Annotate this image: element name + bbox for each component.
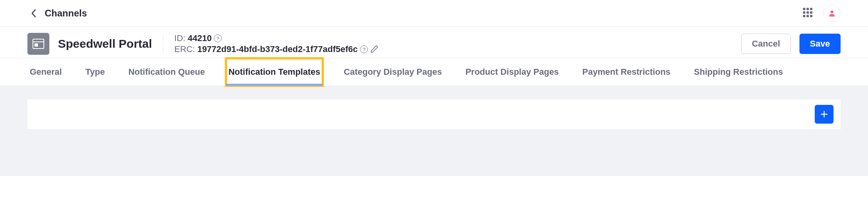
templates-panel <box>27 99 841 129</box>
site-page-icon <box>33 39 44 49</box>
top-bar: Channels <box>0 0 868 27</box>
breadcrumb-title: Channels <box>45 8 87 19</box>
id-label: ID: <box>174 33 185 43</box>
tab-general[interactable]: General <box>27 58 64 86</box>
id-help-icon[interactable]: ? <box>214 34 222 42</box>
user-avatar-icon <box>828 9 836 18</box>
channel-name: Speedwell Portal <box>58 37 152 50</box>
pencil-icon <box>370 45 379 54</box>
tab-type[interactable]: Type <box>83 58 107 86</box>
add-template-button[interactable] <box>815 105 834 124</box>
chevron-left-icon <box>31 9 37 18</box>
site-icon <box>27 33 49 55</box>
tab-notification-templates[interactable]: Notification Templates <box>226 58 322 86</box>
erc-edit-button[interactable] <box>370 45 379 54</box>
page-header: Speedwell Portal ID: 44210 ? ERC: 19772d… <box>0 27 868 58</box>
plus-icon <box>820 110 828 119</box>
divider <box>163 34 163 53</box>
user-avatar-button[interactable] <box>823 5 841 22</box>
tab-shipping-restrictions[interactable]: Shipping Restrictions <box>692 58 785 86</box>
apps-menu-button[interactable] <box>803 8 814 19</box>
id-value: 44210 <box>188 33 212 43</box>
erc-help-icon[interactable]: ? <box>360 45 368 53</box>
cancel-button[interactable]: Cancel <box>741 34 790 54</box>
tab-category-display-pages[interactable]: Category Display Pages <box>342 58 445 86</box>
tab-notification-queue[interactable]: Notification Queue <box>126 58 208 86</box>
content-area <box>0 86 868 176</box>
back-button[interactable] <box>27 7 40 20</box>
svg-point-0 <box>830 10 833 13</box>
save-button[interactable]: Save <box>799 34 841 54</box>
tabs-bar: GeneralTypeNotification QueueNotificatio… <box>0 58 868 86</box>
erc-value: 19772d91-4bfd-b373-ded2-1f77adf5ef6c <box>197 44 358 54</box>
erc-label: ERC: <box>174 44 195 54</box>
channel-meta: ID: 44210 ? ERC: 19772d91-4bfd-b373-ded2… <box>174 33 379 54</box>
svg-rect-3 <box>34 43 38 47</box>
tab-product-display-pages[interactable]: Product Display Pages <box>463 58 561 86</box>
tab-payment-restrictions[interactable]: Payment Restrictions <box>580 58 673 86</box>
